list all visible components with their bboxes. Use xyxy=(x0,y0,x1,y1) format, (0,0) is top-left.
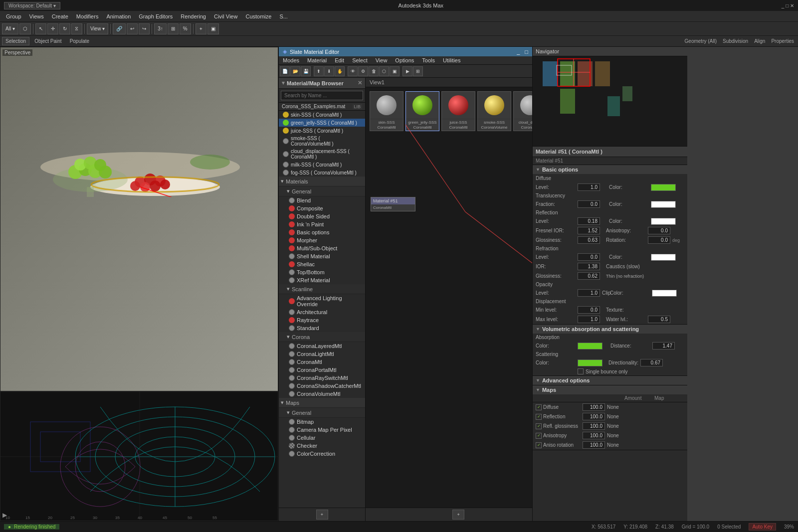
sme-tb-preview[interactable]: 👁 xyxy=(348,66,358,76)
map-amount-aniso-rot[interactable] xyxy=(583,441,605,449)
map-amount-aniso[interactable] xyxy=(583,432,605,439)
mat-multisubobj[interactable]: Multi/Sub-Object xyxy=(279,244,365,252)
volumetric-header[interactable]: ▼ Volumetric absorption and scattering xyxy=(533,325,687,334)
glossiness-input[interactable] xyxy=(578,236,600,244)
refraction-color-swatch[interactable] xyxy=(651,254,676,261)
mat-item-milk[interactable]: milk-SSS ( CoronaMtl ) xyxy=(279,161,365,169)
mmb-collapse-icon[interactable]: ▾ xyxy=(282,80,285,86)
menu-create[interactable]: Create xyxy=(48,12,72,20)
fraction-input[interactable] xyxy=(578,200,600,208)
general-section-header[interactable]: ▾ General xyxy=(279,186,365,196)
diffuse-level-input[interactable] xyxy=(578,183,600,191)
mat-item-juice[interactable]: juice-SSS ( CoronaMtl ) xyxy=(279,127,365,135)
basic-options-header[interactable]: ▼ Basic options xyxy=(533,165,687,174)
disp-min-input[interactable] xyxy=(578,306,600,314)
map-cb-aniso[interactable] xyxy=(536,433,542,439)
thumb-skin[interactable]: skin-SSSCoronaMtl xyxy=(370,91,403,131)
maps-section-header[interactable]: ▾ Maps xyxy=(279,398,365,408)
opacity-color-swatch[interactable] xyxy=(652,290,677,297)
mat-morpher[interactable]: Morpher xyxy=(279,236,365,244)
fresnel-input[interactable] xyxy=(578,227,600,234)
ior-input[interactable] xyxy=(578,263,600,270)
mat-coronavolume[interactable]: CoronaVolumeMtl xyxy=(279,390,365,398)
mat-shellac[interactable]: Shellac xyxy=(279,260,365,268)
search-input[interactable] xyxy=(281,91,363,100)
map-checker[interactable]: Checker xyxy=(279,442,365,450)
map-amount-reflection[interactable] xyxy=(583,413,605,420)
reflection-color-swatch[interactable] xyxy=(651,218,676,225)
mat-coronashadow[interactable]: CoronaShadowCatcherMtl xyxy=(279,382,365,390)
properties-btn[interactable]: Properties xyxy=(769,37,796,45)
sme-tb-clean[interactable]: 🗑 xyxy=(369,66,379,76)
toolbar-view-btn[interactable]: View ▾ xyxy=(87,23,108,34)
menu-civil-view[interactable]: Civil View xyxy=(210,12,241,20)
scattering-color-swatch[interactable] xyxy=(578,359,602,366)
toolbar-snap[interactable]: ⊞ xyxy=(168,23,179,34)
subdivision-btn[interactable]: Subdivision xyxy=(721,37,750,45)
sme-menu-material[interactable]: Material xyxy=(303,56,331,64)
scanline-section-header[interactable]: ▾ Scanline xyxy=(279,284,365,294)
diffuse-color-swatch[interactable] xyxy=(651,184,676,191)
sme-menu-utilities[interactable]: Utilities xyxy=(439,56,464,64)
toolbar-3d[interactable]: 3↑ xyxy=(154,23,167,34)
toolbar-mirror[interactable]: ⌖ xyxy=(196,23,206,34)
sme-menu-modes[interactable]: Modes xyxy=(279,56,303,64)
mat-doublesided[interactable]: Double Sided xyxy=(279,212,365,220)
single-bounce-cb[interactable] xyxy=(578,368,584,374)
sme-menu-tools[interactable]: Tools xyxy=(418,56,439,64)
sme-tb-fromsel[interactable]: ⬇ xyxy=(324,66,334,76)
menu-rendering[interactable]: Rendering xyxy=(177,12,210,20)
sme-maximize[interactable]: □ xyxy=(525,49,528,55)
sme-menu-view[interactable]: View xyxy=(372,56,392,64)
sme-tb-render[interactable]: ▶ xyxy=(402,66,412,76)
align-btn[interactable]: Align xyxy=(752,37,767,45)
view1-canvas[interactable]: skin-SSSCoronaMtl green_jelly-SSSCoronaM… xyxy=(366,87,532,508)
thumb-cloud[interactable]: cloud_displ...CoronaMtl xyxy=(513,91,532,131)
mat-adv-lighting[interactable]: Advanced Lighting Override xyxy=(279,294,365,308)
map-cellular[interactable]: Cellular xyxy=(279,434,365,442)
translucency-color-swatch[interactable] xyxy=(651,201,676,208)
map-cb-diffuse[interactable] xyxy=(536,404,542,410)
geometry-all[interactable]: Geometry (All) xyxy=(683,37,719,45)
sme-tb-select2[interactable]: ▣ xyxy=(390,66,399,76)
maps-props-header[interactable]: ▼ Maps xyxy=(533,385,687,394)
mat-standard[interactable]: Standard xyxy=(279,324,365,332)
toolbar-move[interactable]: ✛ xyxy=(47,23,58,34)
mat-coronalight[interactable]: CoronaLightMtl xyxy=(279,350,365,358)
auto-key-btn[interactable]: Auto Key xyxy=(749,523,776,531)
sme-menu-options[interactable]: Options xyxy=(391,56,418,64)
node-card-main[interactable]: Material #51 CoronaMtl xyxy=(371,197,415,211)
materials-section-header[interactable]: ▾ Materials xyxy=(279,177,365,186)
toolbar-undo[interactable]: ↩ xyxy=(127,23,138,34)
mat-item-greenjelly[interactable]: green_jelly-SSS ( CoronaMtl ) xyxy=(279,119,365,127)
sme-tb-select[interactable]: ⬡ xyxy=(379,66,389,76)
toolbar-all-btn[interactable]: All ▾ xyxy=(2,23,18,34)
map-amount-diffuse[interactable] xyxy=(583,403,605,411)
menu-modifiers[interactable]: Modifiers xyxy=(72,12,103,20)
mat-inknpaint[interactable]: Ink 'n Paint xyxy=(279,220,365,228)
sme-tb-open[interactable]: 📂 xyxy=(290,66,300,76)
toolbar-scale[interactable]: ⧖ xyxy=(71,23,82,34)
mmb-close[interactable]: ✕ xyxy=(358,80,362,86)
toolbar-link[interactable]: 🔗 xyxy=(113,23,126,34)
mat-architectural[interactable]: Architectural xyxy=(279,308,365,316)
sme-menu-edit[interactable]: Edit xyxy=(331,56,348,64)
mat-blend[interactable]: Blend xyxy=(279,196,365,204)
directionality-input[interactable] xyxy=(640,359,663,366)
map-cb-reflection[interactable] xyxy=(536,414,542,420)
reflection-level-input[interactable] xyxy=(578,217,600,225)
mmb-add-btn[interactable]: + xyxy=(316,510,328,520)
toolbar-filter[interactable]: ⬡ xyxy=(19,23,31,34)
mat-topbottom[interactable]: Top/Bottom xyxy=(279,268,365,276)
mat-composite[interactable]: Composite xyxy=(279,204,365,212)
map-colorcorrection[interactable]: ColorCorrection xyxy=(279,450,365,458)
mat-raytrace[interactable]: Raytrace xyxy=(279,316,365,324)
absorption-dist-input[interactable] xyxy=(652,342,675,350)
rotation-input[interactable] xyxy=(648,236,670,244)
thumb-juice[interactable]: juice-SSSCoronaMtl xyxy=(441,91,475,131)
menu-scripting[interactable]: S... xyxy=(275,12,292,20)
mat-coronalayered[interactable]: CoronaLayeredMtl xyxy=(279,342,365,350)
advanced-options-header[interactable]: ▼ Advanced options xyxy=(533,376,687,385)
navigator-canvas[interactable] xyxy=(533,56,687,146)
sme-tb-layout[interactable]: ⊞ xyxy=(413,66,423,76)
